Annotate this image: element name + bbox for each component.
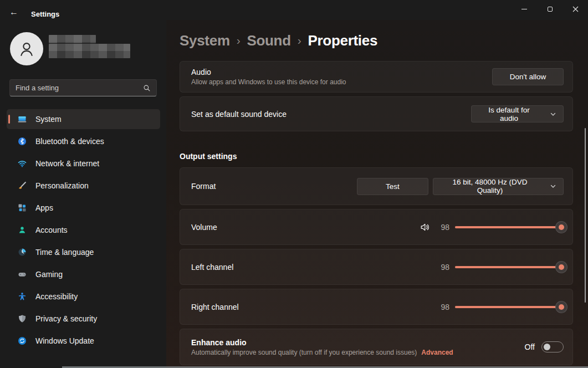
bluetooth-icon (18, 137, 27, 146)
audio-title: Audio (191, 68, 492, 76)
back-button[interactable]: ← (7, 6, 21, 18)
sidebar-item-label: Apps (35, 203, 53, 212)
person-icon (17, 39, 36, 58)
sidebar-item-label: Accounts (35, 226, 68, 234)
avatar[interactable] (10, 32, 43, 65)
brush-icon (18, 181, 27, 190)
enhance-audio-title: Enhance audio (191, 338, 525, 347)
page-title: Properties (308, 32, 377, 49)
wifi-icon (18, 159, 27, 168)
breadcrumb-separator: › (237, 34, 241, 47)
setting-card-left-channel: Left channel 98 (180, 249, 573, 285)
breadcrumb-sound[interactable]: Sound (247, 32, 290, 49)
sidebar-item-label: Windows Update (35, 336, 94, 345)
apps-icon (18, 203, 27, 212)
sidebar-item-label: Gaming (35, 270, 63, 279)
slider-thumb[interactable] (555, 301, 567, 313)
audio-text: Audio Allow apps and Windows to use this… (191, 68, 492, 86)
volume-slider[interactable] (455, 221, 564, 233)
default-device-value: Is default for audio (478, 106, 540, 122)
enhance-audio-toggle[interactable] (541, 341, 564, 352)
default-device-dropdown[interactable]: Is default for audio (471, 105, 564, 122)
volume-value: 98 (436, 223, 449, 232)
enhance-audio-toggle-label: Off (525, 343, 535, 351)
breadcrumb: System › Sound › Properties (180, 32, 377, 49)
system-icon (18, 115, 27, 124)
shield-icon (18, 314, 27, 323)
sidebar-item-windows-update[interactable]: Windows Update (7, 331, 160, 351)
left-channel-value: 98 (436, 263, 449, 272)
sidebar-item-apps[interactable]: Apps (7, 198, 160, 218)
left-channel-label: Left channel (191, 263, 436, 272)
scrollbar[interactable] (585, 128, 586, 303)
close-icon (572, 6, 579, 12)
close-button[interactable] (563, 0, 588, 18)
gamepad-icon (18, 270, 27, 279)
enhance-audio-description-text: Automatically improve sound quality (tur… (191, 349, 417, 356)
sidebar-item-label: System (35, 115, 62, 124)
setting-card-format: Format Test 16 bit, 48000 Hz (DVD Qualit… (180, 167, 573, 205)
slider-thumb[interactable] (555, 221, 567, 233)
accessibility-icon (18, 292, 27, 301)
sidebar-item-bluetooth-devices[interactable]: Bluetooth & devices (7, 131, 160, 151)
slider-fill (455, 266, 561, 268)
main-content: System › Sound › Properties Audio Allow … (166, 20, 588, 368)
enhance-audio-text: Enhance audio Automatically improve soun… (191, 338, 525, 356)
sidebar-item-accounts[interactable]: Accounts (7, 220, 160, 240)
chevron-down-icon (550, 183, 556, 190)
audio-description: Allow apps and Windows to use this devic… (191, 78, 492, 86)
user-email-redacted (49, 44, 130, 58)
default-device-label: Set as default sound device (191, 110, 471, 119)
sidebar-item-system[interactable]: System (7, 109, 160, 129)
sidebar-item-accessibility[interactable]: Accessibility (7, 287, 160, 306)
search-icon[interactable] (143, 84, 151, 92)
minimize-button[interactable] (512, 0, 537, 18)
update-icon (18, 336, 27, 345)
sidebar-item-label: Network & internet (35, 159, 99, 168)
setting-card-enhance-audio: Enhance audio Automatically improve soun… (180, 329, 573, 365)
slider-fill (455, 306, 561, 308)
speaker-icon (420, 222, 431, 233)
chevron-down-icon (550, 111, 556, 117)
sidebar-item-label: Accessibility (35, 292, 78, 301)
clock-icon (18, 248, 27, 257)
left-channel-slider[interactable] (455, 261, 564, 273)
search-box (9, 79, 157, 96)
setting-card-volume: Volume 98 (180, 209, 573, 245)
sidebar: System Bluetooth & devices Network & int… (0, 20, 166, 368)
right-channel-value: 98 (436, 303, 449, 311)
sidebar-item-label: Personalization (35, 181, 89, 190)
breadcrumb-separator: › (298, 34, 301, 47)
back-arrow-icon: ← (9, 8, 18, 17)
advanced-link[interactable]: Advanced (421, 349, 453, 356)
setting-card-right-channel: Right channel 98 (180, 289, 573, 325)
maximize-icon (548, 7, 553, 12)
titlebar: ← Settings (0, 0, 588, 20)
right-channel-slider[interactable] (455, 301, 564, 313)
sidebar-item-personalization[interactable]: Personalization (7, 176, 160, 196)
toggle-knob (544, 344, 550, 350)
setting-card-audio: Audio Allow apps and Windows to use this… (180, 61, 573, 93)
sidebar-item-privacy-security[interactable]: Privacy & security (7, 309, 160, 329)
format-dropdown[interactable]: 16 bit, 48000 Hz (DVD Quality) (433, 178, 564, 195)
search-input[interactable] (10, 84, 143, 92)
dont-allow-button[interactable]: Don't allow (492, 68, 564, 85)
sidebar-item-time-language[interactable]: Time & language (7, 242, 160, 262)
breadcrumb-system[interactable]: System (180, 32, 230, 49)
sidebar-item-label: Bluetooth & devices (35, 137, 104, 146)
sidebar-item-network-internet[interactable]: Network & internet (7, 154, 160, 173)
setting-card-default-device: Set as default sound device Is default f… (180, 96, 573, 131)
right-channel-label: Right channel (191, 303, 436, 311)
section-header-output-settings: Output settings (180, 152, 573, 161)
settings-list: Audio Allow apps and Windows to use this… (180, 61, 573, 368)
sidebar-item-label: Privacy & security (35, 314, 97, 323)
slider-fill (455, 226, 561, 228)
sidebar-item-gaming[interactable]: Gaming (7, 264, 160, 284)
test-button[interactable]: Test (357, 178, 428, 195)
volume-label: Volume (191, 223, 420, 232)
caption-buttons (512, 0, 588, 18)
accounts-icon (18, 226, 27, 234)
user-name-redacted (49, 35, 96, 43)
slider-thumb[interactable] (555, 261, 567, 273)
maximize-button[interactable] (537, 0, 563, 18)
